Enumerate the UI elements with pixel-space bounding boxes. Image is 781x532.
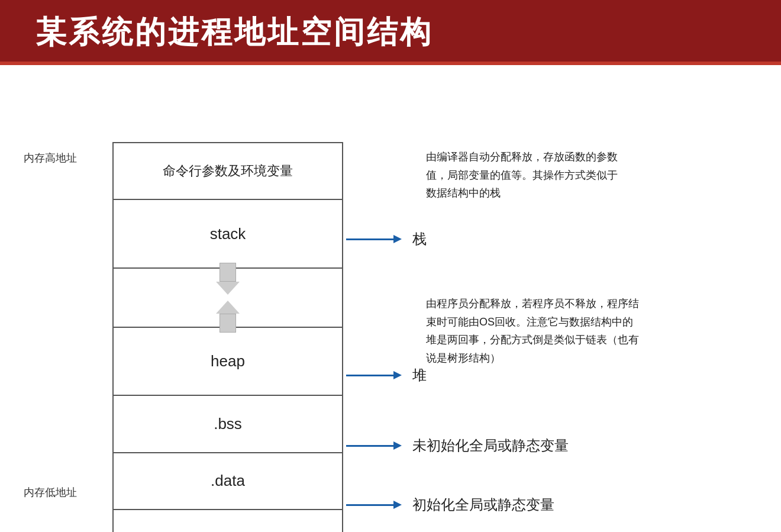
bss-annotation-row: 未初始化全局或静态变量 — [346, 436, 569, 455]
segment-data-label: .data — [211, 472, 245, 490]
segment-stack-label: stack — [210, 225, 246, 243]
segment-bss-label: .bss — [214, 415, 242, 433]
segment-cmd: 命令行参数及环境变量 — [114, 143, 342, 200]
data-label: 初始化全局或静态变量 — [412, 495, 554, 514]
segment-arrows — [114, 269, 342, 328]
bss-arrow — [346, 441, 402, 450]
stack-label: 栈 — [412, 230, 427, 249]
data-arrow-head — [393, 501, 402, 509]
segment-text-label: .text — [213, 529, 242, 532]
memory-segments-box: 命令行参数及环境变量 stack heap — [112, 142, 343, 532]
heap-annotation-row: 堆 — [346, 366, 427, 385]
stack-arrow-line — [346, 238, 393, 240]
arrow-down-head — [216, 282, 240, 295]
page-title: 某系统的进程地址空间结构 — [36, 12, 433, 53]
arrow-down — [216, 263, 240, 295]
arrow-down-shaft — [220, 263, 236, 282]
low-memory-label: 内存低地址 — [24, 485, 77, 499]
page-header: 某系统的进程地址空间结构 — [0, 0, 781, 65]
segment-bss: .bss — [114, 396, 342, 453]
stack-arrow — [346, 235, 402, 243]
heap-description-block: 由程序员分配释放，若程序员不释放，程序结束时可能由OS回收。注意它与数据结构中的… — [426, 295, 639, 367]
data-arrow — [346, 501, 402, 509]
bss-arrow-head — [393, 441, 402, 450]
heap-description-text: 由程序员分配释放，若程序员不释放，程序结束时可能由OS回收。注意它与数据结构中的… — [426, 295, 639, 367]
heap-label: 堆 — [412, 366, 427, 385]
bss-arrow-line — [346, 445, 393, 447]
segment-heap-label: heap — [211, 352, 245, 370]
high-memory-label: 内存高地址 — [24, 151, 77, 165]
segment-data: .data — [114, 453, 342, 510]
segment-heap: heap — [114, 328, 342, 396]
segment-cmd-label: 命令行参数及环境变量 — [163, 162, 293, 180]
stack-description-text: 由编译器自动分配释放，存放函数的参数值，局部变量的值等。其操作方式类似于数据结构… — [426, 148, 627, 202]
memory-diagram: 命令行参数及环境变量 stack heap — [112, 142, 343, 532]
stack-annotation-row: 栈 — [346, 230, 427, 249]
bss-label: 未初始化全局或静态变量 — [412, 436, 569, 455]
data-arrow-line — [346, 504, 393, 506]
segment-text: .text — [114, 510, 342, 532]
content-area: 内存高地址 内存低地址 命令行参数及环境变量 stack — [0, 65, 781, 532]
heap-arrow-line — [346, 375, 393, 376]
heap-arrow-head — [393, 371, 402, 379]
stack-arrow-head — [393, 235, 402, 243]
arrow-up-head — [216, 301, 240, 314]
segment-stack: stack — [114, 200, 342, 269]
stack-description-block: 由编译器自动分配释放，存放函数的参数值，局部变量的值等。其操作方式类似于数据结构… — [426, 148, 627, 202]
heap-arrow — [346, 371, 402, 379]
data-annotation-row: 初始化全局或静态变量 — [346, 495, 554, 514]
